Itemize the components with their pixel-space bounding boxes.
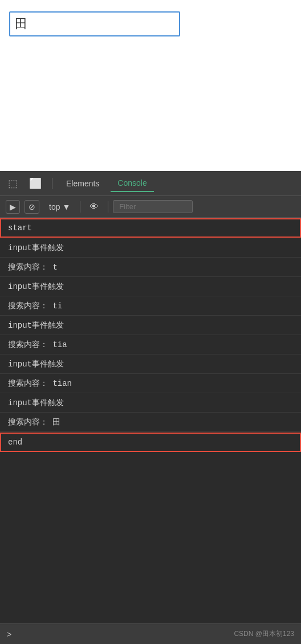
inspect-icon[interactable]: ⬜ [26, 175, 45, 192]
devtools-panel: ⬚ ⬜ Elements Console ▶ ⊘ top ▼ 👁 startin… [0, 171, 301, 644]
console-line: 搜索内容： tia [0, 335, 301, 354]
console-line: 搜索内容： ti [0, 296, 301, 316]
eye-icon[interactable]: 👁 [85, 200, 103, 214]
tab-elements[interactable]: Elements [59, 176, 106, 191]
console-line: 搜索内容： 田 [0, 413, 301, 432]
clear-button[interactable]: ⊘ [25, 200, 39, 214]
console-line: 搜索内容： t [0, 258, 301, 277]
console-line: 搜索内容： tian [0, 374, 301, 393]
dropdown-arrow-icon: ▼ [62, 202, 70, 211]
console-line: input事件触发 [0, 238, 301, 258]
console-line: input事件触发 [0, 354, 301, 374]
console-output: startinput事件触发搜索内容： tinput事件触发搜索内容： tiin… [0, 218, 301, 623]
play-button[interactable]: ▶ [6, 200, 20, 214]
watermark: CSDN @田本初123 [234, 629, 294, 639]
console-prompt[interactable]: > [7, 630, 11, 639]
toolbar-separator-2 [108, 201, 108, 213]
console-line: input事件触发 [0, 316, 301, 335]
top-dropdown[interactable]: top ▼ [44, 200, 75, 214]
console-line: start [0, 218, 301, 238]
tab-console[interactable]: Console [111, 175, 153, 192]
console-line: input事件触发 [0, 277, 301, 296]
tab-separator [52, 178, 52, 189]
cursor-icon[interactable]: ⬚ [5, 175, 21, 192]
console-bottom: > CSDN @田本初123 [0, 623, 301, 644]
toolbar-separator [80, 201, 80, 213]
top-label: top [49, 202, 60, 211]
search-input[interactable]: 田 [9, 11, 180, 36]
top-area: 田 [0, 0, 301, 171]
devtools-tabs: ⬚ ⬜ Elements Console [0, 171, 301, 196]
console-line: end [0, 433, 301, 452]
filter-input[interactable] [113, 200, 193, 213]
devtools-toolbar: ▶ ⊘ top ▼ 👁 [0, 196, 301, 218]
console-line: input事件触发 [0, 393, 301, 413]
